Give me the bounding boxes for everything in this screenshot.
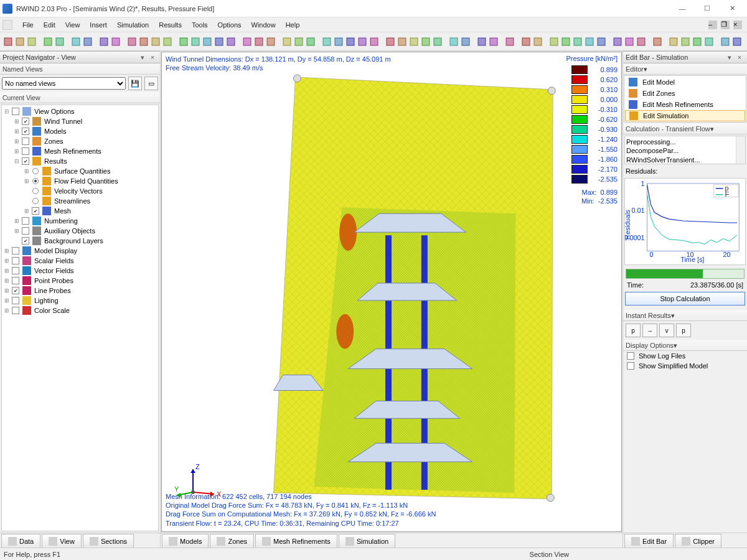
tree-item-vector-fields[interactable]: ⊞Vector Fields xyxy=(2,266,158,276)
toolbar-button-11[interactable] xyxy=(150,35,161,49)
checkbox[interactable] xyxy=(22,227,29,235)
checkbox[interactable] xyxy=(12,247,19,254)
toolbar-button-9[interactable] xyxy=(126,35,138,49)
tree-item-auxiliary-objects[interactable]: ⊞Auxiliary Objects xyxy=(2,226,158,236)
tree-item-point-probes[interactable]: ⊞Point Probes xyxy=(2,276,158,286)
tree-item-models[interactable]: ⊞Models xyxy=(2,126,158,136)
tree-item-lighting[interactable]: ⊞Lighting xyxy=(2,296,158,306)
checkbox[interactable] xyxy=(12,297,19,304)
tree-item-results[interactable]: ⊟Results xyxy=(2,156,158,166)
instant-result-button-3[interactable]: p xyxy=(676,324,691,337)
toolbar-button-2[interactable] xyxy=(26,35,37,49)
toolbar-button-41[interactable] xyxy=(548,35,560,49)
tree-item-flow-field-quantities[interactable]: ⊞Flow Field Quantities xyxy=(2,176,158,186)
tree-item-zones[interactable]: ⊞Zones xyxy=(2,136,158,146)
toolbar-button-4[interactable] xyxy=(54,35,65,49)
toolbar-button-28[interactable] xyxy=(369,35,380,49)
toolbar-button-39[interactable] xyxy=(520,35,532,49)
checkbox[interactable] xyxy=(12,267,19,274)
menu-simulation[interactable]: Simulation xyxy=(112,18,154,32)
toolbar-button-47[interactable] xyxy=(624,35,635,49)
toolbar-button-35[interactable] xyxy=(460,35,471,49)
toolbar-button-5[interactable] xyxy=(70,35,82,49)
3d-viewport[interactable]: Wind Tunnel Dimensions: Dx = 138.121 m, … xyxy=(161,52,622,532)
toolbar-button-43[interactable] xyxy=(572,35,583,49)
toolbar-button-14[interactable] xyxy=(190,35,201,49)
toolbar-button-24[interactable] xyxy=(321,35,332,49)
mdi-minimize-icon[interactable]: – xyxy=(708,21,717,29)
editor-item-edit-zones[interactable]: Edit Zones xyxy=(625,88,745,99)
toolbar-button-12[interactable] xyxy=(162,35,173,49)
left-tab-data[interactable]: Data xyxy=(1,534,40,548)
editor-item-edit-mesh-refinements[interactable]: Edit Mesh Refinements xyxy=(625,99,745,110)
toolbar-button-1[interactable] xyxy=(14,35,26,49)
checkbox[interactable] xyxy=(22,118,29,125)
toolbar-button-37[interactable] xyxy=(488,35,499,49)
toolbar-button-38[interactable] xyxy=(504,35,515,49)
editor-item-edit-model[interactable]: Edit Model xyxy=(625,77,745,88)
checkbox[interactable] xyxy=(12,257,19,264)
toolbar-button-49[interactable] xyxy=(652,35,663,49)
toolbar-button-42[interactable] xyxy=(560,35,571,49)
toolbar-button-34[interactable] xyxy=(448,35,459,49)
left-tab-sections[interactable]: Sections xyxy=(83,534,134,548)
checkbox[interactable] xyxy=(627,362,634,370)
maximize-button[interactable]: ☐ xyxy=(695,0,720,17)
toolbar-button-22[interactable] xyxy=(293,35,304,49)
viewport-tab-simulation[interactable]: Simulation xyxy=(339,534,395,548)
toolbar-button-27[interactable] xyxy=(357,35,368,49)
tree-item-velocity-vectors[interactable]: Velocity Vectors xyxy=(2,186,158,196)
right-tab-edit-bar[interactable]: Edit Bar xyxy=(624,534,674,548)
checkbox[interactable] xyxy=(12,108,19,115)
instant-result-button-0[interactable]: p xyxy=(626,324,641,337)
toolbar-button-8[interactable] xyxy=(110,35,121,49)
menu-tools[interactable]: Tools xyxy=(187,18,213,32)
mdi-restore-icon[interactable]: ❐ xyxy=(721,21,730,29)
radio[interactable] xyxy=(32,198,39,204)
toolbar-button-52[interactable] xyxy=(692,35,703,49)
toolbar-button-25[interactable] xyxy=(333,35,344,49)
mdi-close-icon[interactable]: × xyxy=(733,21,742,29)
checkbox[interactable] xyxy=(22,138,29,145)
viewport-tab-models[interactable]: Models xyxy=(162,534,209,548)
toolbar-button-10[interactable] xyxy=(138,35,149,49)
menu-options[interactable]: Options xyxy=(213,18,247,32)
close-button[interactable]: ✕ xyxy=(720,0,745,17)
toolbar-button-17[interactable] xyxy=(225,35,237,49)
display-option-show-simplified-model[interactable]: Show Simplified Model xyxy=(623,361,747,371)
toolbar-button-15[interactable] xyxy=(202,35,213,49)
toolbar-button-6[interactable] xyxy=(82,35,93,49)
toolbar-button-3[interactable] xyxy=(42,35,54,49)
named-views-select[interactable]: No named views xyxy=(2,77,126,90)
tree-item-line-probes[interactable]: ⊞Line Probes xyxy=(2,286,158,296)
toolbar-button-20[interactable] xyxy=(265,35,276,49)
toolbar-button-13[interactable] xyxy=(178,35,189,49)
toolbar-button-21[interactable] xyxy=(281,35,293,49)
instant-result-button-2[interactable]: v xyxy=(659,324,674,337)
tree-item-scalar-fields[interactable]: ⊞Scalar Fields xyxy=(2,256,158,266)
menu-file[interactable]: File xyxy=(17,18,39,32)
tree-item-streamlines[interactable]: Streamlines xyxy=(2,196,158,206)
toolbar-button-19[interactable] xyxy=(253,35,265,49)
tree-item-mesh[interactable]: ⊞Mesh xyxy=(2,206,158,216)
tree-item-mesh-refinements[interactable]: ⊞Mesh Refinements xyxy=(2,146,158,156)
toolbar-button-30[interactable] xyxy=(397,35,408,49)
menu-window[interactable]: Window xyxy=(247,18,281,32)
toolbar-button-40[interactable] xyxy=(532,35,543,49)
radio[interactable] xyxy=(32,168,39,174)
toolbar-button-45[interactable] xyxy=(596,35,607,49)
tree-item-color-scale[interactable]: ⊞Color Scale xyxy=(2,306,158,315)
toolbar-button-32[interactable] xyxy=(420,35,431,49)
toolbar-button-33[interactable] xyxy=(432,35,443,49)
toolbar-button-29[interactable] xyxy=(385,35,396,49)
checkbox[interactable] xyxy=(22,237,29,245)
toolbar-button-54[interactable] xyxy=(720,35,731,49)
toolbar-button-46[interactable] xyxy=(612,35,623,49)
chevron-down-icon[interactable]: ▾ xyxy=(674,340,677,350)
close-panel-icon[interactable]: × xyxy=(148,52,157,62)
instant-result-button-1[interactable]: → xyxy=(642,324,657,337)
toolbar-button-48[interactable] xyxy=(636,35,647,49)
checkbox[interactable] xyxy=(627,352,634,360)
close-panel-icon[interactable]: × xyxy=(735,52,745,62)
toolbar-button-16[interactable] xyxy=(214,35,225,49)
